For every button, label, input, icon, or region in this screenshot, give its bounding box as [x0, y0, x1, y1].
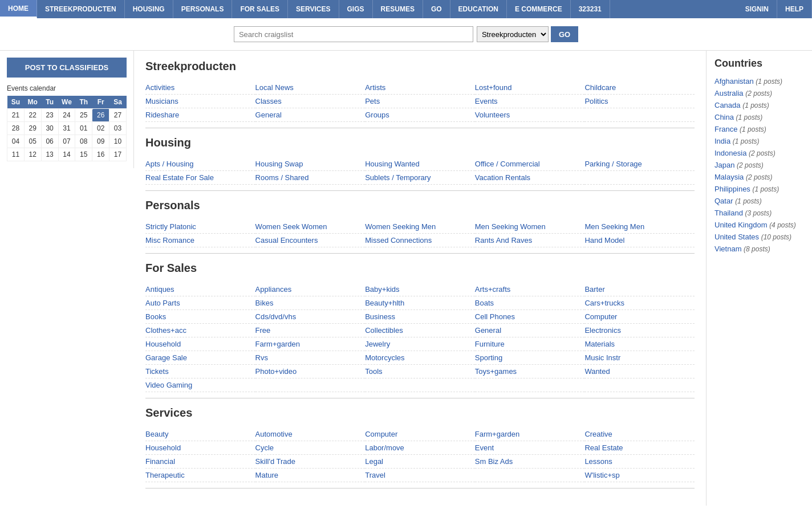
country-link-8[interactable]: Malaysia (2 posts)	[714, 171, 804, 183]
category-link-2-3[interactable]: Men Seeking Women	[475, 220, 585, 234]
country-link-5[interactable]: India (1 posts)	[714, 135, 804, 147]
category-link-4-19[interactable]: W'listic+sp	[584, 469, 695, 482]
cal-day-29[interactable]: 29	[24, 122, 41, 135]
category-link-4-3[interactable]: Farm+garden	[475, 427, 585, 441]
country-link-12[interactable]: United Kingdom (4 posts)	[714, 219, 804, 231]
cal-day-25[interactable]: 25	[75, 109, 92, 122]
cal-day-24[interactable]: 24	[58, 109, 75, 122]
category-link-3-32[interactable]: Tools	[365, 365, 475, 378]
category-link-1-1[interactable]: Housing Swap	[255, 157, 366, 171]
category-link-4-4[interactable]: Creative	[584, 427, 695, 441]
cal-day-22[interactable]: 22	[24, 109, 41, 122]
cal-day-08[interactable]: 08	[75, 135, 92, 148]
category-link-1-4[interactable]: Parking / Storage	[584, 157, 695, 171]
cal-day-02[interactable]: 02	[92, 122, 109, 135]
country-link-9[interactable]: Philippines (1 posts)	[714, 183, 804, 195]
category-link-2-6[interactable]: Casual Encounters	[255, 234, 366, 247]
category-link-0-8[interactable]: Events	[475, 95, 585, 108]
country-link-10[interactable]: Qatar (1 posts)	[714, 195, 804, 207]
country-link-7[interactable]: Japan (2 posts)	[714, 159, 804, 171]
category-link-3-24[interactable]: Materials	[584, 337, 695, 351]
category-link-4-8[interactable]: Event	[475, 441, 585, 455]
category-link-4-9[interactable]: Real Estate	[584, 441, 695, 455]
category-link-3-34[interactable]: Wanted	[584, 365, 695, 378]
category-link-4-0[interactable]: Beauty	[145, 427, 255, 441]
category-select[interactable]: StreekproductenHousingPersonalsFor Sales…	[477, 26, 549, 42]
nav-item-e-commerce[interactable]: E COMMERCE	[507, 0, 571, 18]
nav-item-resumes[interactable]: RESUMES	[373, 0, 423, 18]
country-link-0[interactable]: Afghanistan (1 posts)	[714, 75, 804, 87]
category-link-4-13[interactable]: Sm Biz Ads	[475, 455, 585, 469]
category-link-0-11[interactable]: General	[255, 108, 366, 122]
category-link-3-6[interactable]: Bikes	[255, 296, 366, 310]
category-link-3-5[interactable]: Auto Parts	[145, 296, 255, 310]
category-link-3-11[interactable]: Cds/dvd/vhs	[255, 310, 366, 324]
category-link-1-5[interactable]: Real Estate For Sale	[145, 171, 255, 185]
category-link-4-1[interactable]: Automotive	[255, 427, 366, 441]
country-link-4[interactable]: France (1 posts)	[714, 123, 804, 135]
category-link-4-6[interactable]: Cycle	[255, 441, 366, 455]
category-link-2-4[interactable]: Men Seeking Men	[584, 220, 695, 234]
category-link-2-2[interactable]: Women Seeking Men	[365, 220, 475, 234]
nav-item-323231[interactable]: 323231	[571, 0, 610, 18]
category-link-1-3[interactable]: Office / Commercial	[475, 157, 585, 171]
category-link-3-21[interactable]: Farm+garden	[255, 337, 366, 351]
cal-day-11[interactable]: 11	[7, 148, 25, 161]
cal-day-14[interactable]: 14	[58, 148, 75, 161]
nav-item-personals[interactable]: PERSONALS	[173, 0, 233, 18]
category-link-4-11[interactable]: Skill'd Trade	[255, 455, 366, 469]
category-link-4-15[interactable]: Therapeutic	[145, 469, 255, 482]
category-link-3-16[interactable]: Free	[255, 324, 366, 337]
category-link-3-29[interactable]: Music Instr	[584, 351, 695, 365]
category-link-3-27[interactable]: Motorcycles	[365, 351, 475, 365]
category-link-2-8[interactable]: Rants And Raves	[475, 234, 585, 247]
cal-day-03[interactable]: 03	[109, 122, 127, 135]
category-link-3-22[interactable]: Jewelry	[365, 337, 475, 351]
cal-day-15[interactable]: 15	[75, 148, 92, 161]
category-link-3-19[interactable]: Electronics	[584, 324, 695, 337]
nav-item-home[interactable]: HOME	[0, 0, 37, 18]
nav-item-education[interactable]: EDUCATION	[450, 0, 507, 18]
nav-item-streekproducten[interactable]: STREEKPRODUCTEN	[37, 0, 125, 18]
category-link-3-23[interactable]: Furniture	[475, 337, 585, 351]
category-link-4-17[interactable]: Travel	[365, 469, 475, 482]
country-link-11[interactable]: Thailand (3 posts)	[714, 207, 804, 219]
country-link-14[interactable]: Vietnam (8 posts)	[714, 243, 804, 255]
search-button[interactable]: GO	[551, 26, 578, 42]
cal-day-05[interactable]: 05	[24, 135, 41, 148]
category-link-0-9[interactable]: Politics	[584, 95, 695, 108]
category-link-3-2[interactable]: Baby+kids	[365, 283, 475, 296]
cal-day-10[interactable]: 10	[109, 135, 127, 148]
cal-day-21[interactable]: 21	[7, 109, 25, 122]
cal-day-17[interactable]: 17	[109, 148, 127, 161]
category-link-3-26[interactable]: Rvs	[255, 351, 366, 365]
category-link-2-1[interactable]: Women Seek Women	[255, 220, 366, 234]
category-link-3-0[interactable]: Antiques	[145, 283, 255, 296]
category-link-4-10[interactable]: Financial	[145, 455, 255, 469]
cal-day-09[interactable]: 09	[92, 135, 109, 148]
category-link-3-18[interactable]: General	[475, 324, 585, 337]
category-link-0-7[interactable]: Pets	[365, 95, 475, 108]
category-link-3-8[interactable]: Boats	[475, 296, 585, 310]
category-link-3-17[interactable]: Collectibles	[365, 324, 475, 337]
category-link-3-14[interactable]: Computer	[584, 310, 695, 324]
category-link-0-0[interactable]: Activities	[145, 81, 255, 95]
category-link-3-13[interactable]: Cell Phones	[475, 310, 585, 324]
nav-item-services[interactable]: SERVICES	[288, 0, 339, 18]
category-link-1-7[interactable]: Sublets / Temporary	[365, 171, 475, 185]
category-link-0-13[interactable]: Volunteers	[475, 108, 585, 122]
country-link-1[interactable]: Australia (2 posts)	[714, 87, 804, 99]
search-input[interactable]	[234, 26, 473, 42]
category-link-1-0[interactable]: Apts / Housing	[145, 157, 255, 171]
category-link-3-20[interactable]: Household	[145, 337, 255, 351]
category-link-0-6[interactable]: Classes	[255, 95, 366, 108]
cal-day-13[interactable]: 13	[41, 148, 58, 161]
category-link-0-1[interactable]: Local News	[255, 81, 366, 95]
cal-day-01[interactable]: 01	[75, 122, 92, 135]
category-link-1-8[interactable]: Vacation Rentals	[475, 171, 585, 185]
cal-day-28[interactable]: 28	[7, 122, 25, 135]
category-link-3-1[interactable]: Appliances	[255, 283, 366, 296]
category-link-4-2[interactable]: Computer	[365, 427, 475, 441]
category-link-4-12[interactable]: Legal	[365, 455, 475, 469]
category-link-3-33[interactable]: Toys+games	[475, 365, 585, 378]
